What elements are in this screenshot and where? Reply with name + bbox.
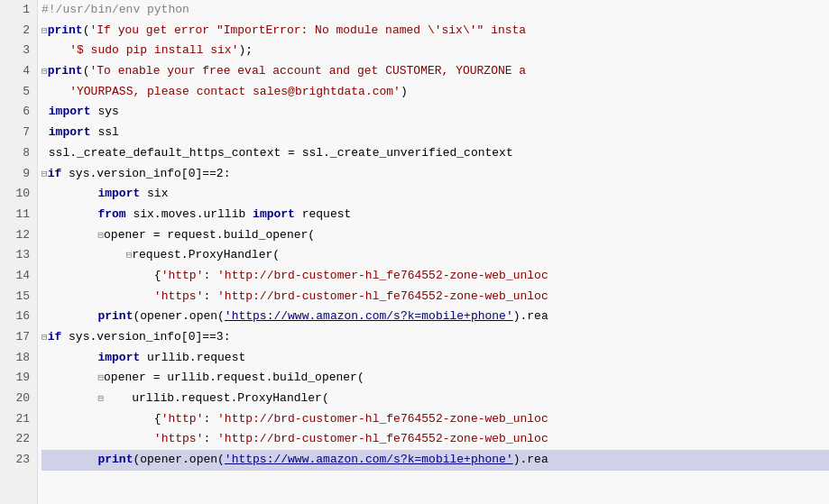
code-line-15: 'https': 'http://brd-customer-hl_fe76455…	[41, 287, 829, 307]
code-line-2: ⊟print('If you get error "ImportError: N…	[41, 21, 829, 41]
code-line-19: ⊟opener = urllib.request.build_opener(	[41, 368, 829, 389]
line-numbers: 1 2 3 4 5 6 7 8 9 10 11 12 13 14 15 16 1…	[0, 0, 38, 504]
code-line-17: ⊟if sys.version_info[0]==3:	[41, 327, 829, 348]
code-editor: 1 2 3 4 5 6 7 8 9 10 11 12 13 14 15 16 1…	[0, 0, 829, 504]
code-line-20: ⊟ urllib.request.ProxyHandler(	[41, 389, 829, 409]
code-line-6: import sys	[41, 102, 829, 123]
code-line-21: {'http': 'http://brd-customer-hl_fe76455…	[41, 409, 829, 430]
code-line-7: import ssl	[41, 123, 829, 143]
code-line-12: ⊟opener = request.build_opener(	[41, 225, 829, 246]
code-line-13: ⊟request.ProxyHandler(	[41, 245, 829, 266]
code-content[interactable]: #!/usr/bin/env python ⊟print('If you get…	[38, 0, 829, 504]
code-line-1: #!/usr/bin/env python	[41, 0, 829, 21]
code-line-9: ⊟if sys.version_info[0]==2:	[41, 164, 829, 185]
code-line-14: {'http': 'http://brd-customer-hl_fe76455…	[41, 266, 829, 287]
code-line-16: print(opener.open('https://www.amazon.co…	[41, 307, 829, 327]
code-line-3: '$ sudo pip install six');	[41, 41, 829, 61]
code-line-22: 'https': 'http://brd-customer-hl_fe76455…	[41, 429, 829, 450]
code-line-18: import urllib.request	[41, 348, 829, 369]
code-line-5: 'YOURPASS, please contact sales@brightda…	[41, 82, 829, 103]
code-line-8: ssl._create_default_https_context = ssl.…	[41, 143, 829, 164]
code-line-11: from six.moves.urllib import request	[41, 205, 829, 225]
code-line-10: import six	[41, 184, 829, 205]
code-line-23: print(opener.open('https://www.amazon.co…	[41, 450, 829, 471]
code-line-4: ⊟print('To enable your free eval account…	[41, 61, 829, 82]
